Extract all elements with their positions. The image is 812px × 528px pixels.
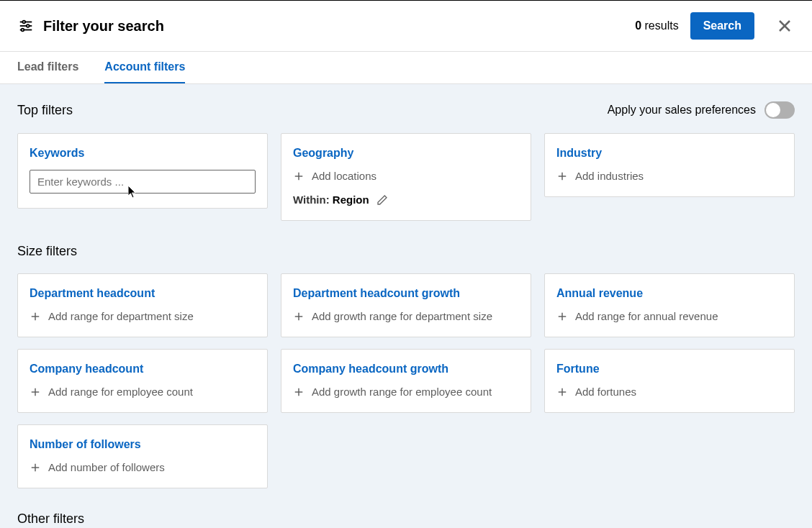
toggle-knob (766, 103, 780, 117)
card-title: Department headcount (30, 287, 256, 300)
card-geography: Geography Add locations Within: Region (281, 133, 531, 221)
card-title: Company headcount (30, 363, 256, 375)
tab-account-filters[interactable]: Account filters (104, 52, 185, 83)
add-text: Add fortunes (575, 386, 636, 398)
add-text: Add growth range for department size (312, 310, 492, 322)
card-industry: Industry Add industries (544, 133, 795, 197)
svg-point-1 (22, 21, 25, 24)
within-value: Region (333, 194, 369, 206)
card-title-keywords: Keywords (30, 147, 256, 160)
add-text: Add range for annual revenue (575, 310, 718, 322)
svg-point-5 (22, 29, 24, 32)
results-text: 0 results (635, 19, 678, 32)
header-right: 0 results Search (635, 12, 795, 40)
plus-icon (556, 386, 568, 398)
results-count: 0 (635, 19, 641, 32)
header-left: Filter your search (17, 17, 635, 35)
card-title-industry: Industry (556, 147, 782, 160)
pencil-icon[interactable] (376, 194, 388, 206)
top-filters-row: Keywords Geography Add locations Within:… (17, 133, 795, 221)
add-followers[interactable]: Add number of followers (30, 461, 256, 473)
sliders-icon (17, 17, 35, 35)
svg-point-3 (27, 24, 30, 27)
card-annual-revenue: Annual revenue Add range for annual reve… (544, 273, 795, 337)
search-button[interactable]: Search (690, 12, 754, 40)
pref-group: Apply your sales preferences (608, 101, 795, 119)
section-title-size: Size filters (17, 244, 795, 259)
card-dept-growth: Department headcount growth Add growth r… (281, 273, 531, 337)
plus-icon (293, 170, 304, 182)
add-dept-range[interactable]: Add range for department size (30, 310, 256, 322)
page-title: Filter your search (43, 18, 164, 35)
add-fortunes[interactable]: Add fortunes (556, 386, 782, 398)
keywords-input[interactable] (30, 170, 256, 194)
tabs: Lead filters Account filters (0, 52, 812, 84)
within-row: Within: Region (293, 194, 519, 206)
card-title-geography: Geography (293, 147, 519, 160)
size-filters-row-3: Number of followers Add number of follow… (17, 424, 795, 488)
card-title: Department headcount growth (293, 287, 519, 300)
size-filters-row-1: Department headcount Add range for depar… (17, 273, 795, 337)
add-text: Add locations (312, 170, 376, 182)
add-text: Add number of followers (48, 461, 165, 473)
section-title-other: Other filters (17, 511, 795, 527)
add-industries[interactable]: Add industries (556, 170, 782, 182)
content: Top filters Apply your sales preferences… (0, 84, 812, 528)
plus-icon (30, 311, 41, 322)
card-title: Fortune (556, 363, 782, 375)
add-company-range[interactable]: Add range for employee count (30, 386, 256, 398)
card-title: Annual revenue (556, 287, 782, 300)
top-filters-header: Top filters Apply your sales preferences (17, 101, 795, 119)
add-company-growth-range[interactable]: Add growth range for employee count (293, 386, 519, 398)
card-company-headcount: Company headcount Add range for employee… (17, 349, 268, 413)
pref-label: Apply your sales preferences (608, 104, 756, 117)
section-title-top: Top filters (17, 103, 73, 118)
card-followers: Number of followers Add number of follow… (17, 424, 268, 488)
add-text: Add industries (575, 170, 644, 182)
add-text: Add range for employee count (48, 386, 193, 398)
card-keywords: Keywords (17, 133, 268, 209)
header: Filter your search 0 results Search (0, 1, 812, 52)
sales-preferences-toggle[interactable] (764, 101, 795, 119)
card-company-growth: Company headcount growth Add growth rang… (281, 349, 531, 413)
add-locations[interactable]: Add locations (293, 170, 519, 182)
add-dept-growth-range[interactable]: Add growth range for department size (293, 310, 519, 322)
size-filters-row-2: Company headcount Add range for employee… (17, 349, 795, 413)
card-fortune: Fortune Add fortunes (544, 349, 795, 413)
card-dept-headcount: Department headcount Add range for depar… (17, 273, 268, 337)
plus-icon (293, 386, 304, 398)
plus-icon (556, 311, 568, 322)
tab-lead-filters[interactable]: Lead filters (17, 52, 78, 83)
plus-icon (293, 311, 304, 322)
results-word: results (645, 19, 679, 32)
add-text: Add growth range for employee count (312, 386, 492, 398)
add-revenue-range[interactable]: Add range for annual revenue (556, 310, 782, 322)
card-title: Company headcount growth (293, 363, 519, 375)
close-icon[interactable] (775, 16, 795, 36)
add-text: Add range for department size (48, 310, 194, 322)
plus-icon (556, 170, 568, 182)
card-title: Number of followers (30, 438, 256, 451)
within-label: Within: Region (293, 194, 369, 206)
plus-icon (30, 386, 41, 398)
plus-icon (30, 462, 41, 473)
